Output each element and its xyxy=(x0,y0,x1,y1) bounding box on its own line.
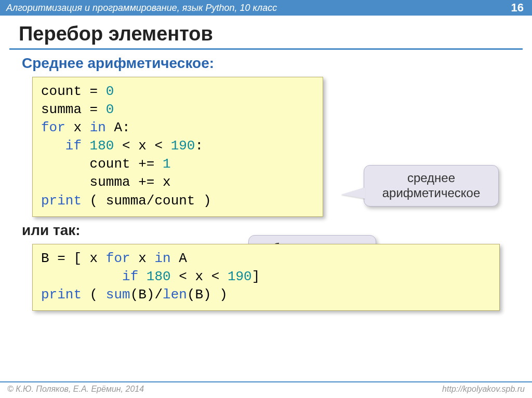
code-line: if 180 < x < 190: xyxy=(41,137,314,155)
code-line: B = [ x for x in A xyxy=(41,250,491,268)
section-heading-1: Среднее арифметическое: xyxy=(0,50,532,77)
code-block-1: count = 0 summa = 0 for x in A: if 180 <… xyxy=(32,77,323,217)
callout-tail xyxy=(341,187,365,199)
page-number: 16 xyxy=(511,1,524,15)
footer-url: http://kpolyakov.spb.ru xyxy=(442,385,525,394)
callout-average: среднее арифметическое xyxy=(364,165,499,207)
code-line: count = 0 xyxy=(41,83,314,101)
code-line: print ( summa/count ) xyxy=(41,192,314,210)
slide-header: Алгоритмизация и программирование, язык … xyxy=(0,0,532,16)
slide-footer: © К.Ю. Поляков, Е.А. Ерёмин, 2014 http:/… xyxy=(0,381,532,398)
code-line: summa += x xyxy=(41,173,314,191)
code-line: for x in A: xyxy=(41,119,314,137)
code-line: count += 1 xyxy=(41,155,314,173)
code-line: summa = 0 xyxy=(41,101,314,119)
slide-title: Перебор элементов xyxy=(0,16,532,48)
code-line: if 180 < x < 190] xyxy=(41,268,491,286)
code-line: print ( sum(B)/len(B) ) xyxy=(41,286,491,304)
code-block-2: B = [ x for x in A if 180 < x < 190] pri… xyxy=(32,244,500,311)
callout-text: арифметическое xyxy=(376,186,487,201)
course-title: Алгоритмизация и программирование, язык … xyxy=(6,3,277,13)
copyright: © К.Ю. Поляков, Е.А. Ерёмин, 2014 xyxy=(7,385,144,394)
callout-text: среднее xyxy=(376,171,487,186)
